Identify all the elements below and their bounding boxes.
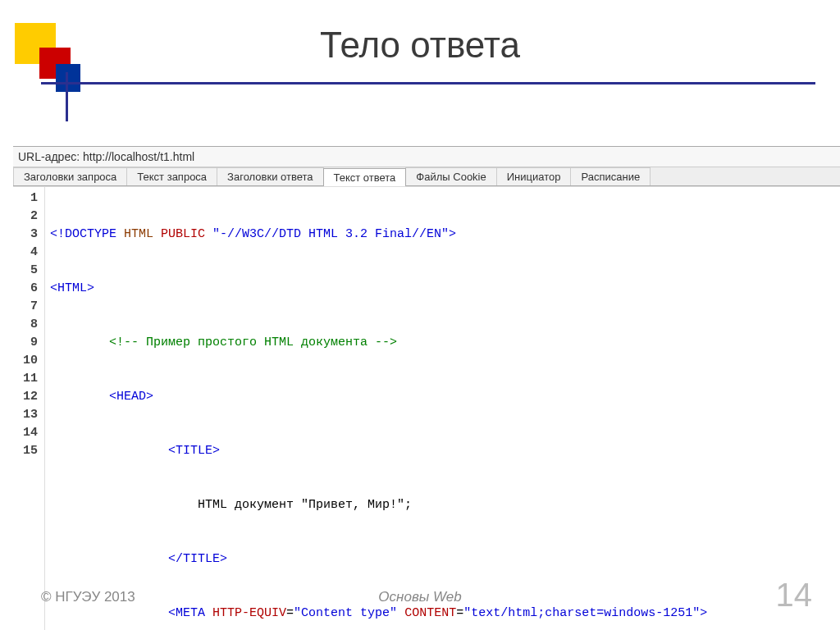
line-number: 8 <box>16 316 38 334</box>
code-line: <META HTTP-EQUIV="Content type" CONTENT=… <box>50 605 707 623</box>
tab-response-headers[interactable]: Заголовки ответа <box>217 167 323 185</box>
deco-square-blue <box>56 64 80 92</box>
slide: Тело ответа URL-адрес: http://localhost/… <box>0 0 840 630</box>
devtools-tabstrip: Заголовки запроса Текст запроса Заголовк… <box>13 167 840 186</box>
page-number: 14 <box>776 577 813 614</box>
line-number: 13 <box>16 406 38 424</box>
code-line: <HTML> <box>50 280 707 298</box>
line-number: 14 <box>16 424 38 442</box>
code-content[interactable]: <!DOCTYPE HTML PUBLIC "-//W3C//DTD HTML … <box>45 187 707 630</box>
code-line: <HEAD> <box>50 388 707 406</box>
line-number: 1 <box>16 189 38 208</box>
line-number: 5 <box>16 262 38 280</box>
code-line: <!DOCTYPE HTML PUBLIC "-//W3C//DTD HTML … <box>50 226 707 244</box>
title-underline-vertical <box>66 72 68 121</box>
code-line: HTML документ "Привет, Мир!"; <box>50 496 707 514</box>
response-code-viewer: 1 2 3 4 5 6 7 8 9 10 11 12 13 14 15 <!DO… <box>13 186 840 630</box>
tab-cookies[interactable]: Файлы Cookie <box>405 167 496 185</box>
line-number: 7 <box>16 298 38 316</box>
line-number: 12 <box>16 388 38 406</box>
footer-subtitle: Основы Web <box>0 589 840 605</box>
line-number: 4 <box>16 244 38 262</box>
tab-initiator[interactable]: Инициатор <box>496 167 572 185</box>
tab-timing[interactable]: Расписание <box>570 167 651 185</box>
tab-request-text[interactable]: Текст запроса <box>126 167 217 185</box>
line-number: 10 <box>16 352 38 370</box>
code-line: </TITLE> <box>50 550 707 568</box>
line-number: 2 <box>16 208 38 226</box>
line-number-gutter: 1 2 3 4 5 6 7 8 9 10 11 12 13 14 15 <box>13 187 45 630</box>
title-underline <box>41 82 815 84</box>
line-number: 3 <box>16 226 38 244</box>
code-line: <!-- Пример простого HTML документа --> <box>50 334 707 352</box>
line-number: 11 <box>16 370 38 388</box>
devtools-panel: URL-адрес: http://localhost/t1.html Заго… <box>13 146 840 630</box>
line-number: 15 <box>16 442 38 460</box>
tab-response-text[interactable]: Текст ответа <box>323 168 407 186</box>
tab-request-headers[interactable]: Заголовки запроса <box>13 167 127 185</box>
code-line: <TITLE> <box>50 442 707 460</box>
line-number: 9 <box>16 334 38 352</box>
line-number: 6 <box>16 280 38 298</box>
url-address-bar: URL-адрес: http://localhost/t1.html <box>13 147 840 167</box>
slide-title: Тело ответа <box>0 25 840 66</box>
